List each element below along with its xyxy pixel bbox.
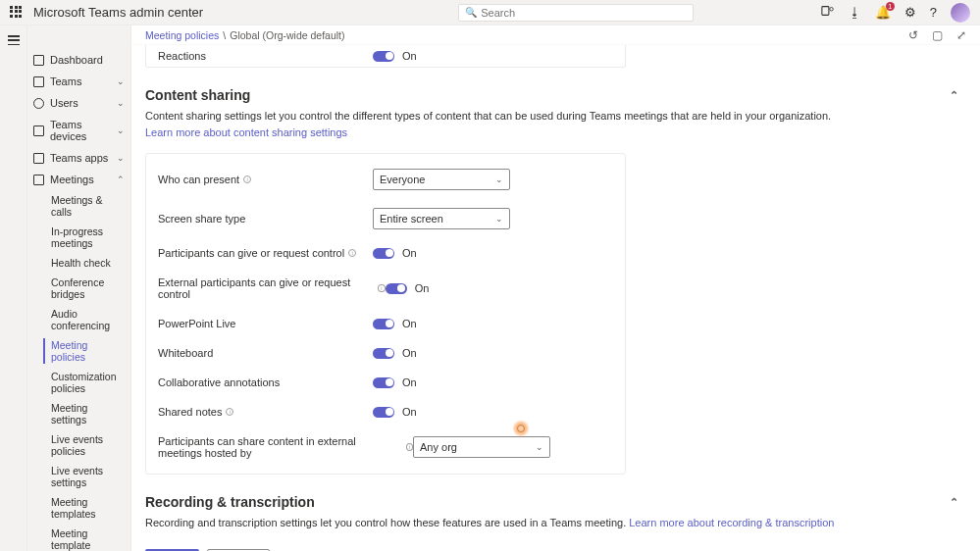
svg-point-1 xyxy=(830,8,834,12)
teams-nav-icon xyxy=(33,76,44,87)
avatar[interactable] xyxy=(951,3,970,23)
info-icon[interactable]: i xyxy=(226,408,233,416)
request-control-toggle[interactable] xyxy=(373,248,394,259)
search-box[interactable]: 🔍 xyxy=(458,4,694,22)
users-icon xyxy=(33,98,44,109)
content-sharing-card: Who can presenti Everyone⌄ Screen share … xyxy=(145,153,626,475)
teams-icon[interactable] xyxy=(821,4,835,21)
request-control-row: Participants can give or request control… xyxy=(146,238,625,268)
sub-in-progress[interactable]: In-progress meetings xyxy=(33,222,130,253)
recording-title: Recording & transcription ⌃ xyxy=(145,494,966,510)
shared-notes-toggle[interactable] xyxy=(373,407,394,418)
hamburger-icon[interactable] xyxy=(8,35,20,45)
top-header: Microsoft Teams admin center 🔍 ⭳ 🔔1 ⚙ ? xyxy=(0,0,980,25)
whiteboard-row: Whiteboard On xyxy=(146,338,625,368)
devices-icon xyxy=(33,125,44,136)
chevron-up-icon[interactable]: ⌃ xyxy=(950,496,966,509)
powerpoint-live-row: PowerPoint Live On xyxy=(146,309,625,338)
settings-icon[interactable]: ⚙ xyxy=(904,5,916,20)
chevron-up-icon: ⌃ xyxy=(117,175,125,184)
popout-icon[interactable]: ▢ xyxy=(932,28,943,42)
sub-meeting-policies[interactable]: Meeting policies xyxy=(33,335,130,367)
who-can-present-row: Who can presenti Everyone⌄ xyxy=(146,160,625,199)
sub-customization-policies[interactable]: Customization policies xyxy=(33,367,130,398)
whiteboard-toggle[interactable] xyxy=(373,348,394,359)
notification-badge: 1 xyxy=(886,2,895,11)
notifications-icon[interactable]: 🔔1 xyxy=(875,5,891,20)
reactions-toggle[interactable] xyxy=(373,51,394,62)
nav-meetings[interactable]: Meetings⌃ xyxy=(27,169,130,190)
sidebar: Dashboard Teams⌄ Users⌄ Teams devices⌄ T… xyxy=(27,25,131,551)
sub-conference-bridges[interactable]: Conference bridges xyxy=(33,273,130,304)
chevron-down-icon: ⌄ xyxy=(117,98,125,108)
chevron-down-icon: ⌄ xyxy=(117,76,125,86)
search-icon: 🔍 xyxy=(465,7,477,18)
screen-share-type-row: Screen share type Entire screen⌄ xyxy=(146,199,625,238)
who-can-present-dropdown[interactable]: Everyone⌄ xyxy=(373,169,510,190)
reactions-state: On xyxy=(402,50,417,62)
info-icon[interactable]: i xyxy=(378,284,386,292)
collapse-rail xyxy=(0,25,27,551)
content: Reactions On Content sharing ⌃ Content s… xyxy=(131,45,980,551)
breadcrumb-current: Global (Org-wide default) xyxy=(230,29,344,41)
recording-desc: Recording and transcription settings let… xyxy=(145,516,966,530)
activity-log-icon[interactable]: ↺ xyxy=(908,28,918,42)
search-input[interactable] xyxy=(481,7,687,19)
chevron-down-icon: ⌄ xyxy=(495,175,503,184)
help-icon[interactable]: ? xyxy=(930,5,937,20)
app-title: Microsoft Teams admin center xyxy=(33,5,203,20)
breadcrumb-bar: Meeting policies \ Global (Org-wide defa… xyxy=(131,25,980,45)
page-actions: ↺ ▢ ⤢ xyxy=(908,28,966,42)
share-external-row: Participants can share content in extern… xyxy=(146,426,625,468)
meetings-icon xyxy=(33,175,44,185)
chevron-down-icon: ⌄ xyxy=(117,125,125,135)
sub-live-events-settings[interactable]: Live events settings xyxy=(33,461,130,492)
nav-dashboard[interactable]: Dashboard xyxy=(27,49,130,71)
recording-link[interactable]: Learn more about recording & transcripti… xyxy=(629,517,834,528)
app-launcher-icon[interactable] xyxy=(10,6,24,20)
content-sharing-desc: Content sharing settings let you control… xyxy=(145,109,966,124)
main: Meeting policies \ Global (Org-wide defa… xyxy=(131,25,980,551)
sub-audio-conferencing[interactable]: Audio conferencing xyxy=(33,304,130,335)
sub-meeting-settings[interactable]: Meeting settings xyxy=(33,398,130,429)
sub-live-events-policies[interactable]: Live events policies xyxy=(33,429,130,461)
chevron-down-icon: ⌄ xyxy=(536,442,543,452)
expand-icon[interactable]: ⤢ xyxy=(956,28,966,42)
external-request-control-row: External participants can give or reques… xyxy=(146,268,625,309)
external-request-control-toggle[interactable] xyxy=(386,283,407,294)
info-icon[interactable]: i xyxy=(243,175,251,183)
info-icon[interactable]: i xyxy=(348,249,356,257)
nav-teams-devices[interactable]: Teams devices⌄ xyxy=(27,114,130,147)
screen-share-type-dropdown[interactable]: Entire screen⌄ xyxy=(373,208,510,229)
shared-notes-row: Shared notesi On xyxy=(146,397,625,426)
chevron-down-icon: ⌄ xyxy=(117,153,125,163)
nav-users[interactable]: Users⌄ xyxy=(27,92,130,114)
collaborative-annotations-row: Collaborative annotations On xyxy=(146,368,625,397)
apps-icon xyxy=(33,153,44,164)
header-actions: ⭳ 🔔1 ⚙ ? xyxy=(821,3,970,23)
nav-teams-apps[interactable]: Teams apps⌄ xyxy=(27,147,130,169)
chevron-up-icon[interactable]: ⌃ xyxy=(950,89,966,102)
breadcrumb-parent[interactable]: Meeting policies xyxy=(145,29,219,41)
reactions-label: Reactions xyxy=(158,50,206,62)
content-sharing-title: Content sharing ⌃ xyxy=(145,87,966,103)
share-external-dropdown[interactable]: Any org⌄ xyxy=(413,436,550,458)
sub-meeting-template-policies[interactable]: Meeting template policies xyxy=(33,524,130,551)
breadcrumb-separator: \ xyxy=(223,29,226,41)
nav-teams[interactable]: Teams⌄ xyxy=(27,71,130,92)
info-icon[interactable]: i xyxy=(406,443,413,451)
svg-rect-0 xyxy=(822,7,829,16)
sub-meetings-calls[interactable]: Meetings & calls xyxy=(33,190,130,222)
collaborative-annotations-toggle[interactable] xyxy=(373,377,394,388)
download-icon[interactable]: ⭳ xyxy=(849,5,861,20)
reactions-row: Reactions On xyxy=(145,45,626,68)
powerpoint-live-toggle[interactable] xyxy=(373,319,394,329)
content-sharing-link[interactable]: Learn more about content sharing setting… xyxy=(145,126,347,138)
sub-meeting-templates[interactable]: Meeting templates xyxy=(33,492,130,524)
chevron-down-icon: ⌄ xyxy=(495,214,503,224)
home-icon xyxy=(33,55,44,66)
meetings-sub-items: Meetings & calls In-progress meetings He… xyxy=(27,190,130,551)
sub-health-check[interactable]: Health check xyxy=(33,253,130,273)
